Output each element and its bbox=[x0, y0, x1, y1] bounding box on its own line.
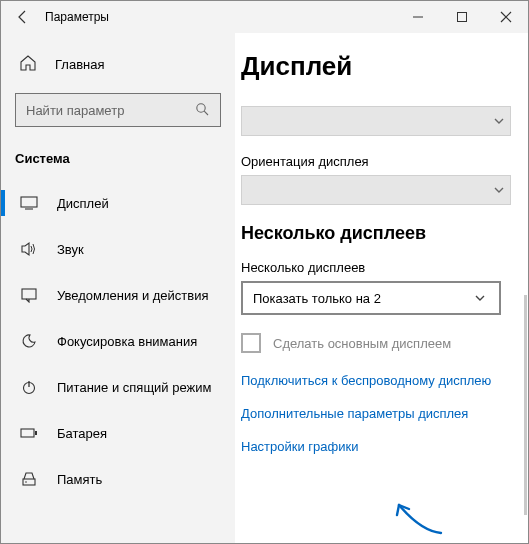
checkbox-icon bbox=[241, 333, 261, 353]
make-main-display-checkbox: Сделать основным дисплеем bbox=[241, 333, 518, 353]
scrollbar[interactable] bbox=[524, 295, 527, 515]
sidebar-item-sound[interactable]: Звук bbox=[1, 226, 235, 272]
window-title: Параметры bbox=[45, 10, 109, 24]
sidebar-item-notifications[interactable]: Уведомления и действия bbox=[1, 272, 235, 318]
multiple-displays-heading: Несколько дисплеев bbox=[241, 223, 518, 244]
link-wireless-display[interactable]: Подключиться к беспроводному дисплею bbox=[241, 373, 518, 388]
page-title: Дисплей bbox=[241, 51, 518, 82]
svg-rect-10 bbox=[35, 431, 37, 435]
sidebar-item-display[interactable]: Дисплей bbox=[1, 180, 235, 226]
sidebar: Главная Найти параметр Система Дисплей З… bbox=[1, 33, 235, 543]
link-advanced-display[interactable]: Дополнительные параметры дисплея bbox=[241, 406, 518, 421]
search-input[interactable]: Найти параметр bbox=[15, 93, 221, 127]
home-icon bbox=[19, 54, 37, 75]
search-placeholder: Найти параметр bbox=[26, 103, 124, 118]
scale-dropdown[interactable] bbox=[241, 106, 511, 136]
minimize-button[interactable] bbox=[396, 1, 440, 33]
sidebar-item-storage[interactable]: Память bbox=[1, 456, 235, 502]
content-pane: Дисплей Ориентация дисплея Несколько дис… bbox=[235, 33, 528, 543]
focus-icon bbox=[19, 333, 39, 349]
display-icon bbox=[19, 196, 39, 210]
sidebar-item-label: Память bbox=[57, 472, 102, 487]
svg-point-2 bbox=[197, 103, 205, 111]
storage-icon bbox=[19, 471, 39, 487]
svg-rect-11 bbox=[23, 479, 35, 485]
sidebar-item-power[interactable]: Питание и спящий режим bbox=[1, 364, 235, 410]
svg-line-3 bbox=[204, 111, 208, 115]
search-icon bbox=[194, 101, 210, 120]
sidebar-item-label: Батарея bbox=[57, 426, 107, 441]
sidebar-item-label: Звук bbox=[57, 242, 84, 257]
svg-rect-1 bbox=[458, 13, 467, 22]
sound-icon bbox=[19, 241, 39, 257]
titlebar: Параметры bbox=[1, 1, 528, 33]
chevron-down-icon bbox=[488, 115, 510, 127]
power-icon bbox=[19, 379, 39, 395]
multiple-displays-dropdown[interactable]: Показать только на 2 bbox=[241, 281, 501, 315]
svg-rect-6 bbox=[22, 289, 36, 299]
orientation-label: Ориентация дисплея bbox=[241, 154, 518, 169]
svg-rect-4 bbox=[21, 197, 37, 207]
svg-point-12 bbox=[25, 481, 27, 483]
section-heading: Система bbox=[1, 141, 235, 180]
notifications-icon bbox=[19, 287, 39, 303]
sidebar-item-label: Дисплей bbox=[57, 196, 109, 211]
close-button[interactable] bbox=[484, 1, 528, 33]
chevron-down-icon bbox=[488, 184, 510, 196]
make-main-label: Сделать основным дисплеем bbox=[273, 336, 451, 351]
link-graphics-settings[interactable]: Настройки графики bbox=[241, 439, 518, 454]
sidebar-item-label: Фокусировка внимания bbox=[57, 334, 197, 349]
sidebar-home[interactable]: Главная bbox=[1, 41, 235, 87]
maximize-button[interactable] bbox=[440, 1, 484, 33]
multiple-displays-label: Несколько дисплеев bbox=[241, 260, 518, 275]
sidebar-item-focus[interactable]: Фокусировка внимания bbox=[1, 318, 235, 364]
svg-rect-9 bbox=[21, 429, 34, 437]
sidebar-home-label: Главная bbox=[55, 57, 104, 72]
sidebar-item-label: Уведомления и действия bbox=[57, 288, 209, 303]
multiple-displays-selected: Показать только на 2 bbox=[253, 291, 381, 306]
sidebar-item-label: Питание и спящий режим bbox=[57, 380, 211, 395]
chevron-down-icon bbox=[469, 292, 491, 304]
battery-icon bbox=[19, 427, 39, 439]
sidebar-item-battery[interactable]: Батарея bbox=[1, 410, 235, 456]
back-button[interactable] bbox=[1, 1, 45, 33]
orientation-dropdown[interactable] bbox=[241, 175, 511, 205]
